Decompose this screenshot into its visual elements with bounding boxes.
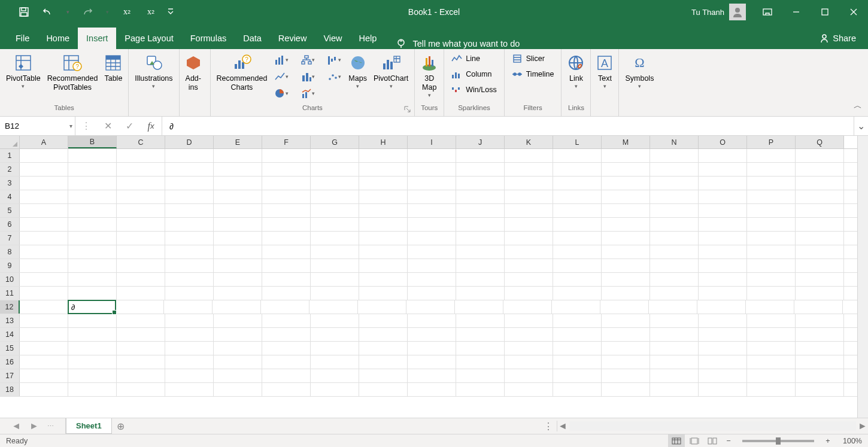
cell[interactable] [311,355,359,369]
cell[interactable] [117,328,165,341]
cell[interactable] [68,232,117,245]
cell[interactable] [553,149,602,162]
cell[interactable] [553,177,602,190]
tab-home[interactable]: Home [38,28,78,49]
cell[interactable] [68,328,117,341]
minimize-button[interactable] [782,0,811,24]
cell[interactable] [602,232,650,245]
cell[interactable] [165,383,214,396]
cell[interactable] [650,218,699,231]
cell[interactable] [456,355,505,369]
column-header[interactable]: Q [796,136,844,148]
cell[interactable] [650,342,699,355]
cell[interactable] [20,328,68,341]
user-name-label[interactable]: Tu Thanh [687,8,729,17]
cell[interactable] [505,328,553,341]
cell[interactable] [311,273,359,286]
row-header[interactable]: 4 [0,190,20,203]
cell[interactable] [456,177,505,190]
column-chart-button[interactable]: ▾ [271,53,292,67]
column-header[interactable]: F [262,136,311,148]
cell[interactable] [747,163,796,176]
row-header[interactable]: 11 [0,287,20,300]
cell[interactable] [796,342,844,355]
cell[interactable] [311,177,359,190]
cell[interactable] [602,287,650,300]
cell[interactable] [699,245,747,259]
cell[interactable] [747,177,796,190]
cell[interactable] [408,245,456,259]
cell[interactable] [796,328,844,341]
cell[interactable] [697,300,746,314]
cell[interactable] [456,342,505,355]
cell[interactable] [553,383,602,396]
cell[interactable] [20,149,68,162]
cell[interactable] [117,355,165,369]
cell[interactable] [553,314,602,327]
cell[interactable] [165,259,214,272]
cell[interactable] [311,245,359,259]
cell[interactable] [20,383,68,396]
cell[interactable] [68,314,117,327]
cell[interactable] [456,149,505,162]
cell[interactable] [262,218,311,231]
cell[interactable] [20,218,68,231]
table-button[interactable]: Table [102,51,125,83]
sparkline-column-button[interactable]: Column [448,67,500,81]
cell[interactable] [311,149,359,162]
cell[interactable] [553,355,602,369]
enter-icon[interactable]: ✓ [119,120,140,132]
sheet-nav-more-icon[interactable]: ⋯ [47,422,54,430]
zoom-slider[interactable] [742,440,814,442]
cell[interactable] [165,287,214,300]
cell[interactable] [408,259,456,272]
cell[interactable] [553,342,602,355]
cell[interactable] [311,204,359,217]
cell[interactable] [456,190,505,203]
user-avatar[interactable] [729,4,746,20]
cell[interactable] [359,259,408,272]
cell[interactable] [359,245,408,259]
row-header[interactable]: 12 [0,300,20,314]
tab-help[interactable]: Help [351,28,386,49]
row-header[interactable]: 5 [0,204,20,217]
cell[interactable] [311,328,359,341]
cell[interactable] [796,204,844,217]
cell[interactable] [20,232,68,245]
cell[interactable] [20,245,68,259]
cell[interactable] [68,369,117,382]
slicer-button[interactable]: Slicer [508,51,558,66]
cell[interactable] [602,163,650,176]
cell[interactable] [20,273,68,286]
cell[interactable] [408,232,456,245]
cell[interactable] [552,300,600,314]
addins-button[interactable]: Add- ins [183,51,204,92]
cell[interactable] [699,163,747,176]
cell[interactable] [747,342,796,355]
cell[interactable] [747,245,796,259]
cell[interactable] [553,232,602,245]
cell[interactable] [359,190,408,203]
cell[interactable] [20,177,68,190]
cell[interactable] [505,218,553,231]
cell[interactable] [262,328,311,341]
cell[interactable] [505,149,553,162]
subscript-button[interactable]: x2 [115,0,139,24]
undo-button[interactable] [36,0,60,24]
cell[interactable] [262,369,311,382]
cell[interactable] [650,204,699,217]
cell[interactable] [796,218,844,231]
cell[interactable] [747,328,796,341]
cell[interactable] [456,163,505,176]
cell[interactable] [262,355,311,369]
cell[interactable] [747,259,796,272]
cell[interactable] [602,245,650,259]
cell[interactable] [505,383,553,396]
cell[interactable] [262,273,311,286]
cell[interactable] [262,342,311,355]
waterfall-chart-button[interactable]: ▾ [324,53,344,67]
cell[interactable] [650,163,699,176]
page-break-view-button[interactable] [704,434,721,448]
cell[interactable] [165,245,214,259]
cell[interactable] [699,369,747,382]
